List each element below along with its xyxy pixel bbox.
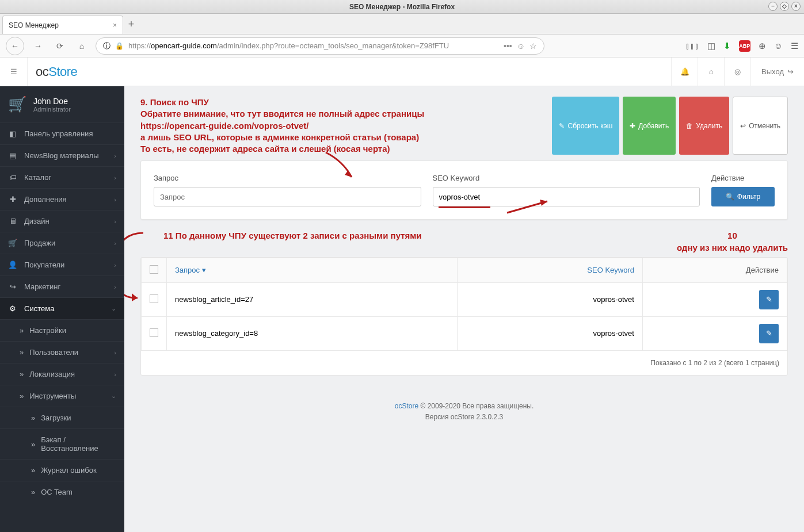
url-text: https://opencart-guide.com/admin/index.p… (128, 41, 499, 50)
abp-icon[interactable]: ABP (739, 40, 750, 52)
delete-button[interactable]: 🗑 Удалить (679, 97, 729, 155)
chevron-icon: » (31, 414, 35, 422)
sidebar-subitem-label: Инструменты (29, 392, 76, 400)
table-row: newsblog_category_id=8 vopros-otvet ✎ (142, 316, 787, 350)
sidebar-item-label: Панель управления (24, 129, 93, 138)
back-button[interactable]: ← (6, 37, 24, 55)
cell-seo: vopros-otvet (457, 282, 642, 316)
sidebar-icon[interactable]: ◫ (707, 41, 715, 51)
sort-icon: ▾ (202, 266, 206, 274)
chevron-icon: › (114, 196, 116, 203)
address-bar[interactable]: ⓘ 🔒 https://opencart-guide.com/admin/ind… (96, 37, 544, 55)
col-header-seo[interactable]: SEO Keyword (457, 258, 642, 282)
reset-cache-button[interactable]: ✎ Сбросить кэш (552, 97, 619, 155)
annotation-10: 10 одну из них надо удалить (677, 230, 788, 254)
app-logo: ocStore (28, 64, 85, 79)
sidebar-subitem-level2[interactable]: »Загрузки (0, 407, 124, 428)
reload-button[interactable]: ⟳ (52, 38, 68, 54)
sidebar-subitem-label: Настройки (29, 326, 66, 335)
annotation-underline (439, 206, 490, 208)
query-input[interactable] (154, 187, 421, 206)
edit-button[interactable]: ✎ (759, 324, 779, 343)
filter-button[interactable]: 🔍 Фильтр (711, 187, 775, 206)
tab-close-icon[interactable]: × (113, 21, 117, 29)
forward-button: → (30, 38, 46, 54)
chevron-icon: » (20, 370, 24, 378)
sidebar-toggle-button[interactable] (0, 58, 28, 86)
sidebar-item[interactable]: 🛒Продажи› (0, 232, 124, 254)
seo-keyword-input[interactable] (433, 187, 700, 206)
sidebar-item-icon: 🏷 (8, 173, 17, 182)
row-checkbox[interactable] (150, 294, 158, 303)
col-header-action: Действие (642, 258, 787, 282)
col-header-query[interactable]: Запрос ▾ (167, 258, 458, 282)
sidebar-item-label: Каталог (24, 173, 51, 182)
info-icon[interactable]: ⓘ (103, 41, 110, 51)
logout-button[interactable]: Выход↪ (750, 58, 804, 86)
chevron-icon: » (20, 348, 24, 357)
sidebar: 🛒 John Doe Administrator ◧Панель управле… (0, 86, 124, 532)
sidebar-item[interactable]: 🖥Дизайн› (0, 210, 124, 232)
sidebar-item[interactable]: ▤NewsBlog материалы› (0, 144, 124, 166)
add-button[interactable]: ✚ Добавить (623, 97, 676, 155)
sidebar-subitem-level2[interactable]: »Бэкап / Восстановление (0, 428, 124, 459)
menu-icon[interactable]: ☰ (791, 41, 798, 51)
chevron-icon: › (114, 349, 116, 356)
browser-tab[interactable]: SEO Менеджер × (2, 16, 123, 34)
notifications-icon[interactable]: 🔔 (671, 58, 698, 86)
account-icon[interactable]: ☺ (774, 41, 783, 51)
storefront-icon[interactable]: ⌂ (698, 58, 724, 86)
download-icon[interactable]: ⬇ (723, 41, 731, 51)
support-icon[interactable]: ◎ (724, 58, 750, 86)
sidebar-subitem[interactable]: »Настройки (0, 319, 124, 341)
cart-logo-icon: 🛒 (8, 95, 26, 113)
home-button[interactable]: ⌂ (74, 38, 90, 54)
sidebar-item[interactable]: ✚Дополнения› (0, 188, 124, 210)
sidebar-item-icon: ⚙ (8, 304, 17, 313)
sidebar-subitem-label: OC Team (41, 488, 73, 496)
sidebar-subitem-label: Локализация (29, 370, 75, 378)
row-checkbox[interactable] (150, 328, 158, 337)
close-button[interactable]: × (791, 2, 801, 11)
footer-brand-link[interactable]: ocStore (395, 402, 418, 410)
sidebar-item-icon: ▤ (8, 151, 17, 160)
sidebar-item[interactable]: ⚙Система⌄ (0, 297, 124, 319)
sidebar-item[interactable]: ↪Маркетинг› (0, 275, 124, 297)
new-tab-button[interactable]: + (123, 18, 139, 34)
sidebar-item-label: Продажи (24, 239, 55, 247)
sidebar-subitem-level2[interactable]: »OC Team (0, 481, 124, 503)
sidebar-item-label: Дополнения (24, 195, 67, 204)
bookmark-icon[interactable]: ☆ (529, 41, 537, 51)
sidebar-item[interactable]: 👤Покупатели› (0, 254, 124, 275)
action-buttons: ✎ Сбросить кэш ✚ Добавить 🗑 Удалить ↩ От… (552, 97, 788, 155)
sidebar-item-icon: ✚ (8, 195, 17, 204)
minimize-button[interactable]: – (768, 2, 778, 11)
edit-button[interactable]: ✎ (759, 290, 779, 309)
query-label: Запрос (154, 174, 421, 182)
app-header: ocStore 🔔 ⌂ ◎ Выход↪ (0, 58, 804, 86)
sidebar-item-label: NewsBlog материалы (24, 151, 99, 160)
library-icon[interactable]: ⫿⫿⫿ (685, 41, 699, 51)
sidebar-subitem[interactable]: »Пользователи› (0, 341, 124, 363)
globe-icon[interactable]: ⊕ (759, 41, 766, 51)
sidebar-subitem-level2[interactable]: »Журнал ошибок (0, 459, 124, 481)
maximize-button[interactable]: ◇ (780, 2, 789, 11)
sidebar-item[interactable]: ◧Панель управления (0, 123, 124, 144)
more-icon[interactable]: ••• (504, 41, 512, 51)
chevron-icon: » (31, 488, 35, 496)
cancel-button[interactable]: ↩ Отменить (733, 97, 788, 155)
sidebar-subitem-label: Журнал ошибок (41, 466, 96, 474)
chevron-icon: › (114, 262, 116, 269)
window-title: SEO Менеджер - Mozilla Firefox (349, 3, 455, 11)
sidebar-subitem[interactable]: »Локализация› (0, 363, 124, 385)
select-all-checkbox[interactable] (150, 265, 158, 274)
sidebar-subitem[interactable]: »Инструменты⌄ (0, 385, 124, 407)
chevron-icon: » (20, 326, 24, 335)
annotation-11: 11 По данному ЧПУ существуют 2 записи с … (163, 230, 422, 254)
filter-panel: Запрос SEO Keyword Действие 🔍 Фильтр (140, 160, 788, 220)
user-role: Administrator (33, 106, 71, 113)
action-label: Действие (711, 174, 775, 182)
sidebar-item[interactable]: 🏷Каталог› (0, 166, 124, 188)
user-block: 🛒 John Doe Administrator (0, 86, 124, 123)
reader-icon[interactable]: ☺ (517, 41, 525, 51)
